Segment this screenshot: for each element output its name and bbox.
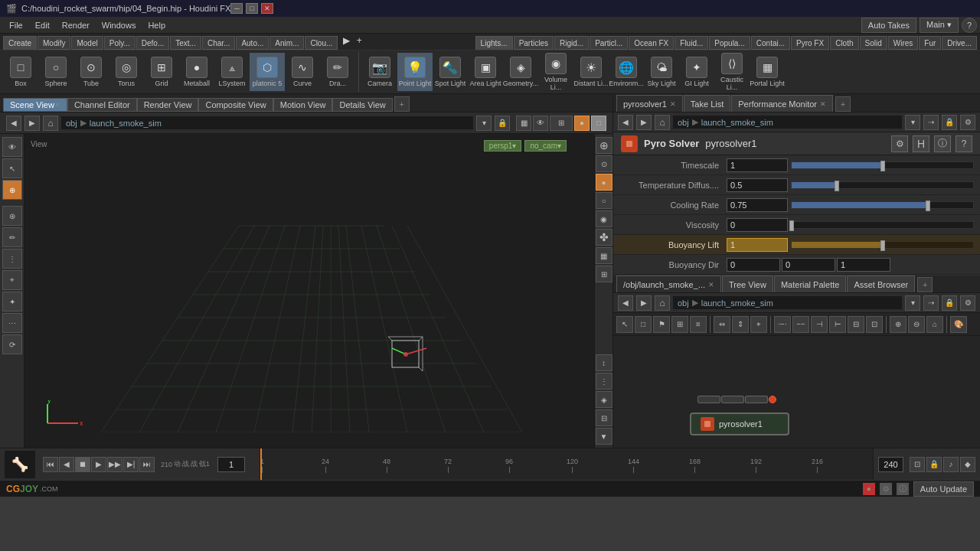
shelf-tab-drive[interactable]: Drive...: [942, 36, 977, 50]
shelf-tab-text[interactable]: Text...: [170, 36, 201, 50]
auto-update-button[interactable]: Auto Update: [913, 481, 974, 497]
shelf-tab-solid[interactable]: Solid: [860, 36, 887, 50]
shelf-tool-camera[interactable]: 📷 Camera: [362, 53, 397, 91]
sculpt-tool[interactable]: ⋮: [2, 249, 22, 269]
paint-tool[interactable]: ✏: [2, 227, 22, 247]
edit-tool[interactable]: ✦: [2, 292, 22, 311]
node-tool-zoom-fit[interactable]: ⊡: [866, 316, 883, 333]
shelf-tool-platonic[interactable]: ⬡ platonic 5: [250, 53, 285, 91]
node-tool-layout-v[interactable]: ⇕: [732, 316, 749, 333]
shelf-tool-draw[interactable]: ✏ Dra...: [320, 53, 355, 91]
main-dropdown[interactable]: Main ▾: [920, 18, 959, 33]
prop-viscosity-slider[interactable]: [791, 221, 974, 229]
minimize-button[interactable]: ─: [230, 3, 243, 14]
pyro-nav-forward[interactable]: ▶: [636, 115, 652, 130]
pyro-tab-perf-monitor[interactable]: Performance Monitor ✕: [731, 95, 833, 112]
shelf-extend-button[interactable]: ▶: [340, 31, 352, 50]
playhead[interactable]: [260, 448, 262, 480]
node-tool-layout-h[interactable]: ⇔: [714, 316, 730, 333]
tl-start-button[interactable]: ⏮: [43, 457, 58, 472]
view-tool[interactable]: 👁: [2, 137, 22, 157]
shelf-tab-anim[interactable]: Anim...: [270, 36, 304, 50]
node-pyrosolver1[interactable]: pyrosolver1: [690, 405, 789, 435]
vp-right-btn-10[interactable]: ⋮: [596, 373, 612, 390]
tab-add-button[interactable]: +: [394, 96, 410, 112]
node-bc-obj[interactable]: obj: [678, 298, 689, 308]
prop-viscosity-value[interactable]: 0: [727, 218, 788, 232]
node-tool-snap[interactable]: ⌖: [750, 316, 767, 333]
shelf-tab-fur[interactable]: Fur: [919, 36, 941, 50]
prop-temp-diffuse-value[interactable]: 0.5: [727, 178, 788, 192]
node-tool-zoom-in[interactable]: ⊕: [890, 316, 906, 333]
tl-audio-button[interactable]: ♪: [943, 457, 959, 472]
tl-play-audio-button[interactable]: ▶▶: [107, 457, 122, 472]
current-frame-box[interactable]: 1: [217, 457, 245, 472]
network-icon[interactable]: ⊙: [880, 483, 892, 495]
pyro-nav-dropdown[interactable]: ▾: [905, 115, 920, 130]
tl-end-button[interactable]: ⏭: [139, 457, 155, 472]
tl-stop-button[interactable]: ⏹: [75, 457, 90, 472]
pyro-settings-icon[interactable]: ⚙: [891, 135, 908, 152]
node-tool-grid[interactable]: ⊞: [671, 316, 688, 333]
tl-key-button[interactable]: ◆: [960, 457, 975, 472]
prop-temp-diffuse-slider[interactable]: [791, 181, 974, 189]
shelf-tool-area-light[interactable]: ▣ Area Light: [468, 53, 503, 91]
node-nav-dropdown[interactable]: ▾: [905, 295, 920, 311]
shelf-tab-clou[interactable]: Clou...: [305, 36, 338, 50]
shelf-tool-metaball[interactable]: ● Metaball: [179, 53, 214, 91]
node-tool-flag[interactable]: ⚑: [653, 316, 670, 333]
node-tab-close[interactable]: ✕: [708, 281, 714, 289]
sphere-display-button[interactable]: ●: [574, 116, 590, 131]
shelf-tool-caustic-light[interactable]: ⟨⟩ Caustic Li...: [714, 53, 750, 91]
prop-buoyancy-dir-x[interactable]: 0: [727, 258, 780, 272]
pyro-tab-close[interactable]: ✕: [670, 100, 676, 108]
pose-tool[interactable]: ⊛: [2, 206, 22, 226]
shelf-tool-point-light[interactable]: 💡 Point Light: [397, 53, 433, 91]
node-tool-align-r[interactable]: ⊢: [829, 316, 846, 333]
node-lock-button[interactable]: 🔒: [942, 295, 957, 311]
pyro-bc-scene[interactable]: launch_smoke_sim: [701, 118, 773, 127]
pyro-tab-take-list[interactable]: Take List: [684, 95, 730, 112]
vp-right-btn-8[interactable]: ⊞: [596, 266, 612, 282]
shelf-tab-fluid[interactable]: Fluid...: [675, 36, 708, 50]
shelf-tool-portal-light[interactable]: ▦ Portal Light: [750, 53, 785, 91]
node-tool-home[interactable]: ⌂: [926, 316, 943, 333]
shelf-tab-cloth[interactable]: Cloth: [830, 36, 858, 50]
shelf-add-button[interactable]: +: [353, 31, 365, 50]
close-button[interactable]: ✕: [261, 3, 273, 14]
pyro-nav-back[interactable]: ◀: [618, 115, 633, 130]
pyro-settings-button[interactable]: ⚙: [960, 115, 975, 130]
pyro-bc-obj[interactable]: obj: [678, 118, 689, 127]
breadcrumb-obj[interactable]: obj: [66, 119, 77, 128]
node-settings-button[interactable]: ⚙: [960, 295, 975, 311]
shelf-tool-volume-light[interactable]: ◉ Volume Li...: [538, 53, 573, 91]
pyro-lock-button[interactable]: 🔒: [942, 115, 957, 130]
node-tab-add[interactable]: +: [917, 277, 933, 292]
node-tab-material[interactable]: Material Palette: [774, 276, 846, 292]
tab-motion-view[interactable]: Motion View: [273, 98, 333, 112]
shelf-tab-pyrofx[interactable]: Pyro FX: [791, 36, 829, 50]
menu-render[interactable]: Render: [56, 19, 96, 31]
tl-next-frame-button[interactable]: ▶|: [123, 457, 139, 472]
node-tool-dots1[interactable]: ·−·: [774, 316, 791, 333]
shelf-tool-environ-light[interactable]: 🌐 Environm...: [609, 53, 644, 91]
node-tool-box[interactable]: □: [635, 316, 652, 333]
menu-file[interactable]: File: [3, 19, 29, 31]
maximize-button[interactable]: □: [246, 3, 258, 14]
vp-right-btn-13[interactable]: ▼: [596, 428, 612, 445]
nav-dropdown-button[interactable]: ▾: [476, 116, 492, 131]
layout-button[interactable]: ⊞: [550, 116, 573, 131]
render-icon[interactable]: ●: [863, 483, 875, 495]
cube-display-button[interactable]: □: [591, 116, 606, 131]
tl-prev-frame-button[interactable]: ◀: [59, 457, 74, 472]
shelf-tab-particl[interactable]: Particl...: [590, 36, 628, 50]
shelf-tab-model[interactable]: Model: [71, 36, 103, 50]
node-nav-back[interactable]: ◀: [618, 295, 633, 311]
shelf-tab-create[interactable]: Create: [3, 36, 37, 50]
tl-fit-button[interactable]: ⊡: [910, 457, 925, 472]
node-jump-button[interactable]: ⇢: [923, 295, 939, 311]
shelf-tool-curve[interactable]: ∿ Curve: [285, 53, 320, 91]
node-tool-select[interactable]: ↖: [616, 316, 633, 333]
nav-home-button[interactable]: ⌂: [43, 116, 58, 131]
vp-right-btn-3[interactable]: ●: [596, 174, 612, 191]
